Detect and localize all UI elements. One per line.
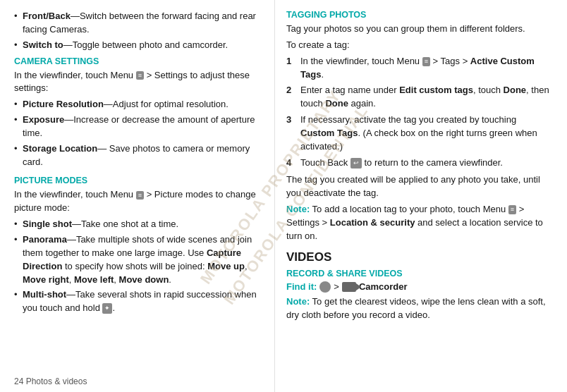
menu-icon-4: ≡ bbox=[508, 205, 516, 214]
star-icon: ✦ bbox=[102, 303, 112, 314]
camera-settings-bullets: Picture Resolution—Adjust for optimal re… bbox=[14, 98, 263, 169]
menu-icon: ≡ bbox=[136, 71, 144, 80]
camera-settings-heading: CAMERA SETTINGS bbox=[14, 56, 263, 66]
bullet-switch-sep: — bbox=[63, 39, 73, 50]
find-it-row: Find it: > Camcorder bbox=[286, 281, 553, 293]
list-item: Panorama—Take multiple shots of wide sce… bbox=[14, 233, 263, 286]
top-bullets-list: Front/Back—Switch between the forward fa… bbox=[14, 10, 263, 52]
camcorder-icon bbox=[342, 282, 356, 292]
find-it-label: Find it: bbox=[286, 281, 317, 292]
videos-section: VIDEOS RECORD & SHARE VIDEOS Find it: > … bbox=[286, 250, 553, 322]
tagging-steps: 1 In the viewfinder, touch Menu ≡ > Tags… bbox=[286, 55, 553, 170]
page-container: MOTOROLA PROPRIETARY MOTOROLA CONFIDENTI… bbox=[0, 0, 567, 392]
videos-heading: VIDEOS bbox=[286, 250, 553, 264]
find-it-camcorder: Camcorder bbox=[359, 281, 408, 292]
list-item: Single shot—Take one shot at a time. bbox=[14, 218, 263, 231]
list-item: 1 In the viewfinder, touch Menu ≡ > Tags… bbox=[286, 55, 553, 82]
tagging-photos-section: TAGGING PHOTOS Tag your photos so you ca… bbox=[286, 10, 553, 243]
left-column: Front/Back—Switch between the forward fa… bbox=[0, 0, 275, 392]
record-share-heading: RECORD & SHARE VIDEOS bbox=[286, 269, 553, 278]
videos-note: Note: To get the clearest videos, wipe t… bbox=[286, 295, 553, 322]
bullet-switch-bold: Switch to bbox=[23, 39, 63, 50]
list-item: Front/Back—Switch between the forward fa… bbox=[14, 10, 263, 37]
menu-icon-3: ≡ bbox=[422, 57, 430, 66]
menu-icon-2: ≡ bbox=[136, 191, 144, 200]
picture-modes-intro: In the viewfinder, touch Menu ≡ > Pictur… bbox=[14, 188, 263, 215]
tagging-photos-heading: TAGGING PHOTOS bbox=[286, 10, 553, 20]
list-item: 3 If necessary, activate the tag you cre… bbox=[286, 114, 553, 154]
picture-modes-section: PICTURE MODES In the viewfinder, touch M… bbox=[14, 176, 263, 315]
to-create-tag: To create a tag: bbox=[286, 39, 553, 52]
back-icon: ↩ bbox=[350, 158, 362, 169]
page-footer: 24 Photos & videos bbox=[14, 376, 87, 386]
picture-modes-bullets: Single shot—Take one shot at a time. Pan… bbox=[14, 218, 263, 315]
list-item: Multi-shot—Take several shots in rapid s… bbox=[14, 288, 263, 315]
list-item: Storage Location— Save photos to camera … bbox=[14, 142, 263, 169]
tagging-intro: Tag your photos so you can group them in… bbox=[286, 23, 553, 36]
list-item: 4 Touch Back ↩ to return to the camera v… bbox=[286, 157, 553, 170]
bullet-front-back-bold: Front/Back bbox=[23, 11, 71, 21]
list-item: Exposure—Increase or decrease the amount… bbox=[14, 114, 263, 140]
camera-settings-section: CAMERA SETTINGS In the viewfinder, touch… bbox=[14, 56, 263, 169]
list-item: Picture Resolution—Adjust for optimal re… bbox=[14, 98, 263, 111]
list-item: Switch to—Toggle between photo and camco… bbox=[14, 39, 263, 52]
bullet-switch-text: Toggle between photo and camcorder. bbox=[73, 39, 228, 50]
picture-modes-heading: PICTURE MODES bbox=[14, 176, 263, 185]
circle-icon bbox=[319, 281, 331, 293]
right-column: TAGGING PHOTOS Tag your photos so you ca… bbox=[275, 0, 567, 392]
list-item: 2 Enter a tag name under Edit custom tag… bbox=[286, 84, 553, 111]
camera-settings-intro: In the viewfinder, touch Menu ≡ > Settin… bbox=[14, 69, 263, 96]
bullet-front-back-sep: — bbox=[71, 11, 80, 21]
find-it-arrow: > bbox=[334, 281, 339, 292]
tagging-note: Note: To add a location tag to your phot… bbox=[286, 203, 553, 243]
tag-applied-note: The tag you created will be applied to a… bbox=[286, 173, 553, 200]
